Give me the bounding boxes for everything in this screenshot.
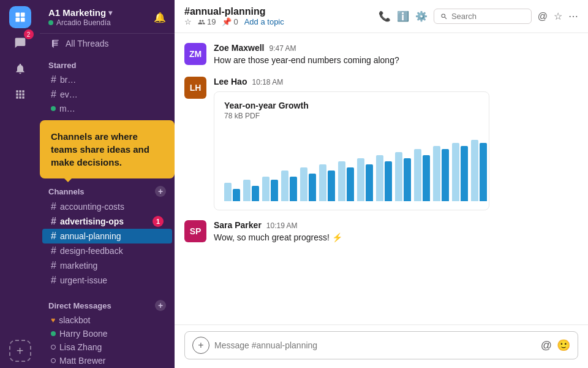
message-header: Lee Hao 10:18 AM	[214, 77, 578, 86]
sidebar-item-urgent-issue[interactable]: # urgent-issue	[42, 273, 172, 288]
message-input-box: + @ 🙂	[184, 331, 578, 359]
bar-light	[414, 149, 421, 201]
bar-group	[452, 143, 468, 201]
bar-light	[281, 171, 288, 201]
message-input-area: + @ 🙂	[175, 324, 588, 368]
notification-bell-icon[interactable]: 🔔	[154, 12, 166, 23]
sidebar-item-advertising-ops[interactable]: # advertising-ops 1	[42, 214, 172, 229]
bar-group	[243, 180, 259, 201]
star-icon[interactable]: ☆	[554, 10, 562, 22]
app-icon-dms[interactable]: 2	[9, 32, 31, 54]
sidebar-item-lisa-zhang[interactable]: Lisa Zhang	[42, 340, 172, 354]
sidebar-item-accounting-costs[interactable]: # accounting-costs	[42, 199, 172, 214]
chart-card[interactable]: Year-on-year Growth 78 kB PDF	[214, 91, 489, 210]
search-box[interactable]	[434, 9, 532, 24]
chart-subtitle: 78 kB PDF	[224, 112, 479, 120]
message-author: Lee Hao	[214, 77, 247, 86]
sidebar-item-annual-planning[interactable]: # annual-planning	[42, 229, 172, 243]
offline-dot	[51, 358, 56, 363]
channels-header[interactable]: Channels +	[40, 183, 175, 199]
app-icon-more[interactable]	[9, 83, 31, 105]
emoji-icon[interactable]: 🙂	[557, 339, 570, 352]
message-input[interactable]	[214, 340, 536, 350]
phone-icon[interactable]: 📞	[379, 10, 391, 22]
sidebar-item-starred-ev[interactable]: # ev…	[42, 87, 172, 102]
starred-header[interactable]: Starred	[40, 58, 175, 72]
bar-dark	[271, 180, 278, 201]
bar-dark	[385, 161, 392, 201]
svg-rect-0	[15, 13, 20, 17]
settings-icon[interactable]: ⚙️	[415, 10, 428, 22]
tooltip-box: Channels are where teams share ideas and…	[40, 120, 175, 178]
offline-dot	[51, 345, 56, 350]
message-row: SP Sara Parker 10:19 AM Wow, so much gre…	[184, 220, 578, 244]
bar-group	[224, 183, 240, 201]
bar-light	[471, 140, 478, 201]
hash-icon: #	[51, 216, 56, 227]
sidebar: A1 Marketing ▾ Arcadio Buendía 🔔 All Thr…	[40, 0, 175, 368]
channel-star-icon[interactable]: ☆	[184, 17, 192, 26]
hash-icon: #	[51, 275, 56, 286]
bar-light	[262, 177, 270, 201]
message-time: 10:18 AM	[252, 78, 283, 86]
message-content: Lee Hao 10:18 AM Year-on-year Growth 78 …	[214, 77, 578, 210]
at-icon[interactable]: @	[538, 11, 548, 22]
message-row: ZM Zoe Maxwell 9:47 AM How are those yea…	[184, 43, 578, 67]
sidebar-item-all-threads[interactable]: All Threads	[42, 34, 172, 53]
bar-light	[452, 143, 459, 201]
app-icon-home[interactable]	[9, 6, 31, 28]
bar-group	[414, 149, 430, 201]
message-time: 10:19 AM	[266, 221, 298, 230]
bar-light	[433, 146, 440, 201]
bar-group	[281, 171, 297, 201]
hash-icon: #	[51, 74, 56, 85]
bar-group	[338, 161, 354, 201]
bar-group	[471, 140, 487, 201]
bar-dark	[461, 146, 468, 201]
app-sidebar: 2 +	[0, 0, 40, 368]
sidebar-item-marketing[interactable]: # marketing	[42, 258, 172, 273]
bar-dark	[404, 158, 411, 201]
status-dot	[48, 20, 53, 25]
dm-header[interactable]: Direct Messages +	[40, 297, 175, 313]
bar-group	[262, 177, 278, 201]
bar-light	[395, 152, 402, 201]
bar-dark	[309, 174, 316, 201]
add-dm-button[interactable]: +	[155, 300, 166, 311]
add-channel-button[interactable]: +	[155, 186, 166, 197]
channel-meta: ☆ 19 📌 0 Add a topic	[184, 17, 284, 26]
sidebar-header: A1 Marketing ▾ Arcadio Buendía 🔔	[40, 0, 175, 34]
bar-dark	[328, 171, 335, 201]
channels-section: Channels + # accounting-costs # advertis…	[40, 178, 175, 293]
bar-dark	[233, 189, 240, 201]
add-topic-link[interactable]: Add a topic	[244, 17, 284, 26]
message-content: Zoe Maxwell 9:47 AM How are those year-e…	[214, 43, 578, 67]
message-author: Zoe Maxwell	[214, 43, 264, 53]
search-input[interactable]	[451, 12, 525, 21]
svg-rect-2	[15, 18, 20, 22]
sidebar-item-slackbot[interactable]: ♥ slackbot	[42, 313, 172, 327]
sidebar-item-harry-boone[interactable]: Harry Boone	[42, 327, 172, 340]
info-icon[interactable]: ℹ️	[397, 10, 409, 22]
sidebar-item-design-feedback[interactable]: # design-feedback	[42, 243, 172, 258]
message-text: Wow, so much great progress! ⚡	[214, 231, 578, 244]
attach-button[interactable]: +	[192, 337, 209, 354]
at-mention-icon[interactable]: @	[541, 339, 552, 352]
add-workspace-button[interactable]: +	[9, 340, 31, 362]
message-text: How are those year-end numbers coming al…	[214, 54, 578, 67]
avatar: ZM	[184, 43, 206, 65]
more-icon[interactable]: ⋯	[568, 10, 578, 22]
svg-rect-3	[20, 18, 24, 22]
sidebar-item-matt-brewer[interactable]: Matt Brewer	[42, 354, 172, 367]
tooltip-overlay: Channels are where teams share ideas and…	[40, 120, 175, 178]
workspace-name[interactable]: A1 Marketing ▾	[48, 7, 112, 18]
pin-count[interactable]: 📌 0	[222, 17, 238, 26]
sidebar-item-starred-br[interactable]: # br…	[42, 72, 172, 87]
member-count[interactable]: 19	[198, 17, 216, 26]
workspace-chevron-icon: ▾	[108, 9, 112, 17]
sidebar-item-starred-m[interactable]: m…	[42, 102, 172, 115]
user-status: Arcadio Buendía	[48, 18, 112, 27]
bar-group	[433, 146, 449, 201]
channel-badge: 1	[153, 216, 164, 227]
app-icon-activity[interactable]	[9, 58, 31, 80]
